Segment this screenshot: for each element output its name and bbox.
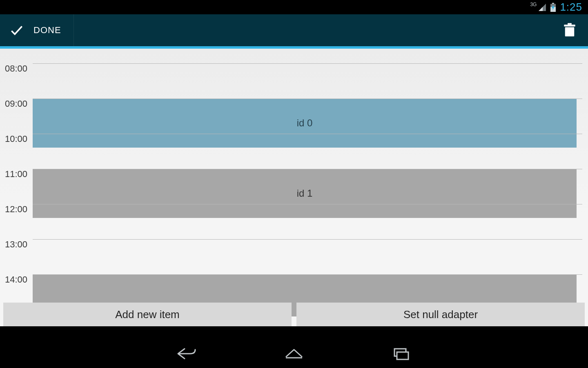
signal-icon: [538, 3, 546, 11]
hour-label: 14:00: [5, 274, 27, 285]
nav-recents-button[interactable]: [382, 341, 420, 368]
trash-icon: [564, 23, 576, 38]
add-new-item-button[interactable]: Add new item: [3, 303, 292, 326]
hour-grid-line: [33, 63, 582, 64]
svg-rect-9: [397, 352, 408, 359]
hour-grid-line: [33, 134, 582, 134]
hour-label: 12:00: [5, 204, 27, 215]
battery-charging-icon: [550, 3, 556, 12]
action-bar: DONE: [0, 14, 588, 46]
done-label: DONE: [33, 25, 61, 36]
svg-rect-0: [552, 3, 554, 4]
hour-grid-line: [33, 169, 582, 169]
hour-grid-line: [33, 99, 582, 99]
delete-button[interactable]: [551, 14, 588, 46]
done-button[interactable]: DONE: [0, 14, 74, 46]
android-nav-bar: [0, 341, 588, 368]
home-icon: [283, 346, 305, 362]
hour-label: 10:00: [5, 134, 27, 144]
clock-label: 1:25: [560, 1, 582, 13]
schedule-view[interactable]: 08:0009:0010:0011:0012:0013:0014:00 id 0…: [0, 49, 588, 326]
check-icon: [9, 22, 24, 38]
network-type-label: 3G: [530, 2, 537, 7]
hour-grid-line: [33, 239, 582, 240]
bottom-button-row: Add new item Set null adapter: [3, 303, 585, 326]
hour-label: 09:00: [5, 99, 27, 109]
hour-grid-line: [33, 204, 582, 204]
nav-back-button[interactable]: [168, 341, 206, 368]
letterbox-gap: [0, 326, 588, 341]
event-block[interactable]: id 1: [33, 169, 577, 218]
nav-home-button[interactable]: [275, 341, 313, 368]
hour-label: 11:00: [5, 169, 27, 180]
android-status-bar: 3G 1:25: [0, 0, 588, 14]
recents-icon: [390, 346, 412, 362]
hour-label: 13:00: [5, 239, 27, 250]
back-icon: [176, 346, 198, 362]
hour-label: 08:00: [5, 63, 27, 74]
hour-grid-line: [33, 274, 582, 275]
svg-rect-5: [564, 25, 575, 26]
event-block[interactable]: id 0: [33, 99, 577, 148]
svg-rect-6: [568, 23, 572, 25]
svg-rect-4: [565, 27, 575, 37]
set-null-adapter-button[interactable]: Set null adapter: [296, 303, 585, 326]
